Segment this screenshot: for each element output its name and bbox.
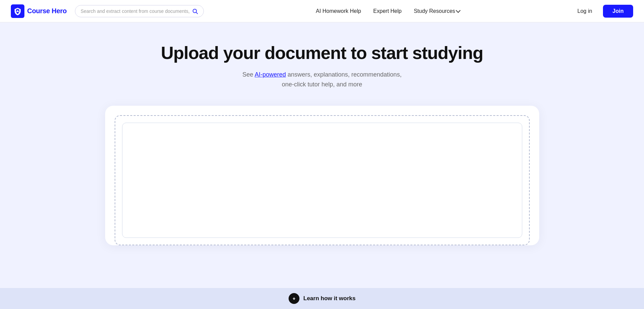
logo-text: Course Hero xyxy=(27,7,67,15)
upload-inner-area[interactable] xyxy=(122,123,522,238)
navbar-left: Course Hero xyxy=(11,4,204,18)
hero-title: Upload your document to start studying xyxy=(161,43,483,63)
bottom-bar[interactable]: Learn how it works xyxy=(0,288,644,309)
hero-subtitle-line2: one-click tutor help, and more xyxy=(282,81,362,88)
hero-subtitle-suffix: answers, explanations, recommendations, xyxy=(286,71,402,78)
search-bar[interactable] xyxy=(75,5,204,17)
navbar-nav: AI Homework Help Expert Help Study Resou… xyxy=(316,8,460,14)
learn-how-text: Learn how it works xyxy=(304,295,356,302)
logo-icon xyxy=(11,4,24,18)
search-input[interactable] xyxy=(81,8,189,14)
search-icon xyxy=(192,8,198,14)
navbar-right: Log in Join xyxy=(572,5,633,18)
ai-powered-link[interactable]: AI-powered xyxy=(255,71,286,78)
star-shield-icon xyxy=(14,7,22,15)
upload-dashed-area[interactable] xyxy=(115,115,530,245)
chevron-down-icon xyxy=(456,8,461,13)
logo-link[interactable]: Course Hero xyxy=(11,4,67,18)
nav-ai-homework[interactable]: AI Homework Help xyxy=(316,8,361,14)
study-resources-label: Study Resources xyxy=(414,8,455,14)
hero-subtitle-prefix: See xyxy=(242,71,255,78)
main-content: Upload your document to start studying S… xyxy=(0,22,644,288)
learn-how-icon xyxy=(289,293,299,304)
login-button[interactable]: Log in xyxy=(572,5,598,17)
download-circle-icon xyxy=(291,296,297,301)
svg-line-1 xyxy=(196,12,197,14)
upload-wrapper xyxy=(105,106,539,245)
nav-study-resources[interactable]: Study Resources xyxy=(414,8,460,14)
hero-subtitle: See AI-powered answers, explanations, re… xyxy=(242,70,402,89)
join-button[interactable]: Join xyxy=(603,5,633,18)
navbar: Course Hero AI Homework Help Expert Help… xyxy=(0,0,644,22)
nav-expert-help[interactable]: Expert Help xyxy=(373,8,402,14)
